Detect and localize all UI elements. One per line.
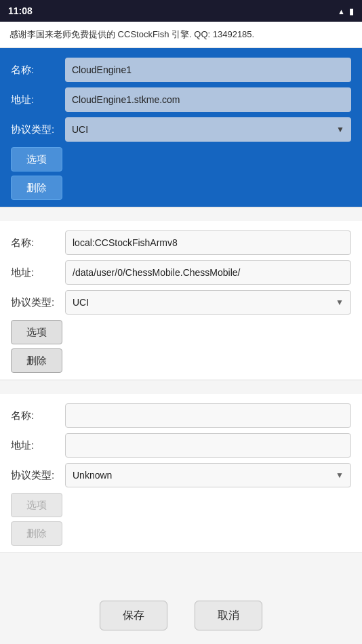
status-icons bbox=[338, 5, 354, 16]
wifi-icon bbox=[338, 5, 345, 16]
engine2-address-row: 地址: bbox=[11, 260, 351, 285]
engine1-protocol-row: 协议类型: UCI ▼ bbox=[11, 117, 351, 142]
engine-card-1: 名称: 地址: 协议类型: UCI ▼ 选项 删除 bbox=[0, 48, 362, 207]
engine3-address-label: 地址: bbox=[11, 439, 65, 452]
engine3-name-row: 名称: bbox=[11, 403, 351, 428]
engine3-address-row: 地址: bbox=[11, 433, 351, 458]
notice-text: 感谢李国来老师免费提供的 CCStockFish 引擎. QQ: 1349218… bbox=[9, 29, 254, 39]
engine2-actions: 选项 删除 bbox=[11, 320, 351, 373]
cancel-button[interactable]: 取消 bbox=[195, 601, 262, 630]
status-bar: 11:08 bbox=[0, 0, 362, 22]
engine3-options-button: 选项 bbox=[11, 493, 62, 517]
engine2-delete-button[interactable]: 删除 bbox=[11, 348, 62, 373]
engine-card-3: 名称: 地址: 协议类型: Unknown ▼ 选项 删除 bbox=[0, 394, 362, 553]
engine1-protocol-label: 协议类型: bbox=[11, 123, 65, 136]
engine3-protocol-label: 协议类型: bbox=[11, 469, 65, 482]
engine3-protocol-dropdown[interactable]: Unknown ▼ bbox=[65, 463, 351, 487]
engine2-address-label: 地址: bbox=[11, 266, 65, 279]
engine2-protocol-dropdown[interactable]: UCI ▼ bbox=[65, 290, 351, 315]
engine1-dropdown-arrow: ▼ bbox=[336, 125, 344, 134]
engine3-delete-button: 删除 bbox=[11, 521, 62, 546]
engine2-dropdown-arrow: ▼ bbox=[336, 298, 344, 307]
engine2-protocol-value: UCI bbox=[73, 297, 89, 308]
engine3-name-input[interactable] bbox=[65, 403, 351, 428]
engine3-protocol-value: Unknown bbox=[73, 470, 112, 481]
engine1-name-input[interactable] bbox=[65, 58, 351, 82]
engine1-delete-button[interactable]: 删除 bbox=[11, 176, 62, 200]
engine1-address-input[interactable] bbox=[65, 87, 351, 112]
engine3-dropdown-arrow: ▼ bbox=[336, 470, 344, 480]
engine3-name-label: 名称: bbox=[11, 409, 65, 422]
engine2-name-input[interactable] bbox=[65, 230, 351, 255]
battery-icon bbox=[349, 5, 354, 16]
engine1-protocol-value: UCI bbox=[72, 124, 88, 135]
engine1-options-button[interactable]: 选项 bbox=[11, 147, 62, 172]
engine2-options-button[interactable]: 选项 bbox=[11, 320, 62, 344]
engine2-name-label: 名称: bbox=[11, 237, 65, 249]
engine2-address-input[interactable] bbox=[65, 260, 351, 285]
engine1-name-row: 名称: bbox=[11, 58, 351, 82]
engine-card-2: 名称: 地址: 协议类型: UCI ▼ 选项 删除 bbox=[0, 221, 362, 380]
engine1-actions: 选项 删除 bbox=[11, 147, 351, 200]
engine3-protocol-row: 协议类型: Unknown ▼ bbox=[11, 463, 351, 487]
engine3-actions: 选项 删除 bbox=[11, 493, 351, 546]
engine2-name-row: 名称: bbox=[11, 230, 351, 255]
engine2-protocol-label: 协议类型: bbox=[11, 296, 65, 309]
engine1-name-label: 名称: bbox=[11, 64, 65, 77]
engine2-protocol-row: 协议类型: UCI ▼ bbox=[11, 290, 351, 315]
main-content: 名称: 地址: 协议类型: UCI ▼ 选项 删除 名称: 地址: bbox=[0, 48, 362, 644]
save-button[interactable]: 保存 bbox=[100, 601, 167, 630]
engine1-address-row: 地址: bbox=[11, 87, 351, 112]
engine1-protocol-dropdown[interactable]: UCI ▼ bbox=[65, 117, 351, 142]
notice-banner: 感谢李国来老师免费提供的 CCStockFish 引擎. QQ: 1349218… bbox=[0, 22, 362, 48]
engine3-address-input[interactable] bbox=[65, 433, 351, 458]
bottom-bar: 保存 取消 bbox=[0, 587, 362, 644]
engine1-address-label: 地址: bbox=[11, 94, 65, 106]
status-time: 11:08 bbox=[8, 5, 33, 16]
